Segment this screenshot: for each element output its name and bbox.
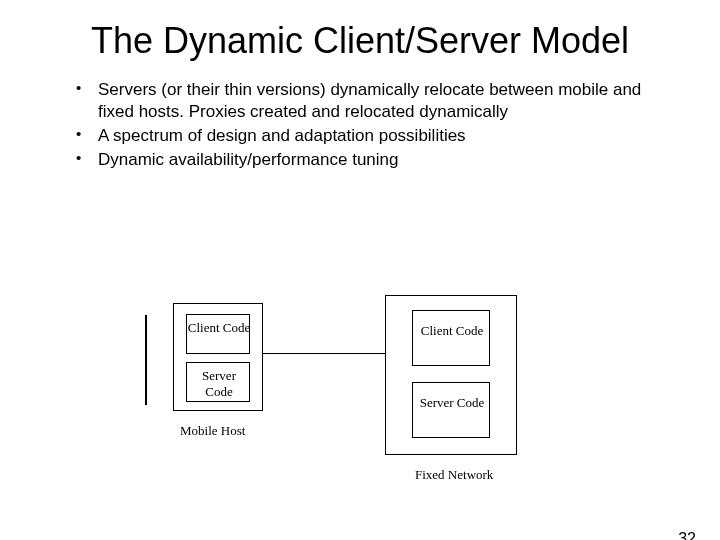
bullet-item: A spectrum of design and adaptation poss…: [70, 125, 660, 146]
client-code-box: Client Code: [186, 314, 250, 354]
slide-title: The Dynamic Client/Server Model: [60, 20, 660, 61]
bullet-list: Servers (or their thin versions) dynamic…: [70, 79, 720, 170]
fixed-network-caption: Fixed Network: [415, 467, 493, 483]
server-code-label: Server Code: [413, 395, 491, 411]
server-code-box: Server Code: [412, 382, 490, 438]
page-number: 32: [678, 530, 696, 540]
bullet-item: Dynamic availability/performance tuning: [70, 149, 660, 170]
diagram: Client Code Server Code Mobile Host Clie…: [145, 295, 575, 495]
fixed-network-box: Client Code Server Code: [385, 295, 517, 455]
server-code-box: Server Code: [186, 362, 250, 402]
connector-line: [263, 353, 385, 354]
mobile-host-box: Client Code Server Code: [173, 303, 263, 411]
bar-icon: [145, 315, 147, 405]
client-code-label: Client Code: [187, 320, 251, 336]
client-code-label: Client Code: [413, 323, 491, 339]
slide: { "title": "The Dynamic Client/Server Mo…: [0, 20, 720, 540]
mobile-host-caption: Mobile Host: [180, 423, 245, 439]
client-code-box: Client Code: [412, 310, 490, 366]
bullet-item: Servers (or their thin versions) dynamic…: [70, 79, 660, 122]
server-code-label: Server Code: [187, 368, 251, 400]
